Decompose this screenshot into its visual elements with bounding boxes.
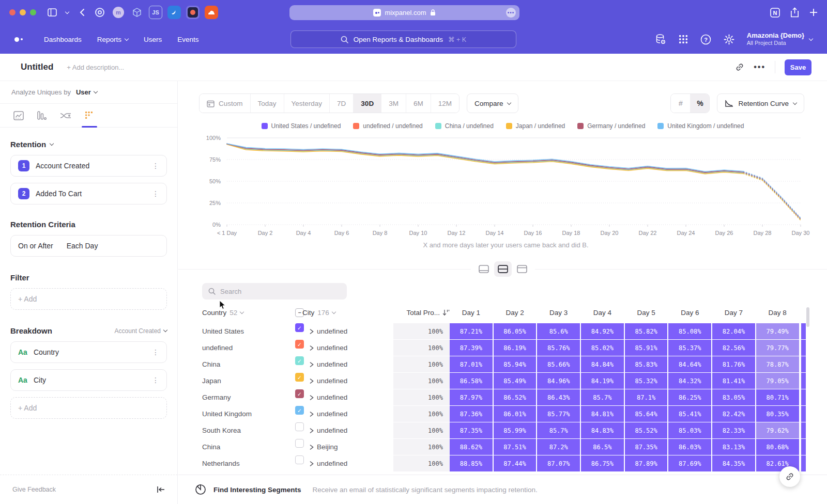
- retention-chart-area[interactable]: 100%75%50%25%0%< 1 DayDay 2Day 4Day 6Day…: [178, 130, 827, 249]
- retention-value-cell[interactable]: 80.71%: [756, 389, 799, 405]
- day-column-header[interactable]: Day 5: [625, 309, 668, 317]
- day-column-header[interactable]: Day 2: [494, 309, 537, 317]
- retention-value-cell[interactable]: 84.81%: [581, 406, 624, 422]
- day-column-header[interactable]: Day 3: [537, 309, 580, 317]
- retention-value-cell[interactable]: 87.69%: [668, 455, 711, 471]
- retention-value-cell[interactable]: 87.1%: [625, 389, 668, 405]
- window-controls[interactable]: [9, 9, 36, 15]
- retention-value-cell[interactable]: 82.33%: [712, 422, 755, 438]
- retention-value-cell[interactable]: 84.96%: [537, 373, 580, 389]
- minimize-window-button[interactable]: [20, 9, 26, 15]
- vertical-scrollbar[interactable]: [806, 307, 809, 327]
- favicon-3-icon[interactable]: [130, 6, 144, 19]
- kebab-menu-icon[interactable]: ⋮: [152, 162, 159, 169]
- retention-value-cell[interactable]: 86.03%: [668, 439, 711, 455]
- retention-value-cell[interactable]: 86.75%: [581, 455, 624, 471]
- day-column-header[interactable]: Day 1: [450, 309, 493, 317]
- retention-value-cell[interactable]: 78.87%: [756, 356, 799, 372]
- retention-value-cell[interactable]: 84.19%: [581, 373, 624, 389]
- analyze-uniques-row[interactable]: Analyze Uniques by User: [0, 81, 177, 104]
- mixpanel-logo[interactable]: [14, 37, 26, 42]
- tab-chevron-icon[interactable]: [63, 6, 71, 19]
- retention-value-cell[interactable]: 87.97%: [450, 389, 493, 405]
- address-bar[interactable]: mixpanel.com •••: [289, 5, 519, 20]
- retention-value-cell[interactable]: 85.77%: [537, 406, 580, 422]
- range-custom[interactable]: Custom: [200, 94, 250, 113]
- retention-value-cell[interactable]: 85.37%: [668, 340, 711, 356]
- row-checkbox[interactable]: ✓: [295, 373, 310, 389]
- retention-value-cell[interactable]: 84.92%: [581, 323, 624, 339]
- retention-value-cell[interactable]: 85.49%: [494, 373, 537, 389]
- retention-value-cell[interactable]: 84.83%: [581, 422, 624, 438]
- legend-item[interactable]: United Kingdom / undefined: [657, 122, 744, 130]
- kebab-menu-icon[interactable]: ⋮: [152, 190, 159, 197]
- retention-value-cell[interactable]: 79.62%: [756, 422, 799, 438]
- retention-value-cell[interactable]: 85.94%: [494, 356, 537, 372]
- retention-value-cell[interactable]: 87.36%: [450, 406, 493, 422]
- view-table-only-button[interactable]: [513, 261, 531, 277]
- nav-item-reports[interactable]: Reports: [97, 36, 128, 43]
- retention-value-cell[interactable]: 87.44%: [494, 455, 537, 471]
- retention-value-cell[interactable]: 86.5%: [581, 439, 624, 455]
- retention-value-cell[interactable]: 85.7%: [581, 389, 624, 405]
- expand-row-icon[interactable]: [310, 356, 317, 372]
- nav-item-users[interactable]: Users: [144, 36, 162, 43]
- zoom-window-button[interactable]: [30, 9, 36, 15]
- give-feedback-link[interactable]: Give Feedback: [12, 486, 56, 493]
- add-filter-button[interactable]: + Add: [10, 288, 167, 310]
- day-column-header[interactable]: Day 8: [756, 309, 799, 317]
- favicon-1-icon[interactable]: [93, 6, 106, 19]
- day-column-header[interactable]: Day 7: [712, 309, 755, 317]
- notion-extension-icon[interactable]: N: [770, 8, 780, 18]
- retention-value-cell[interactable]: 86.25%: [668, 389, 711, 405]
- column-city[interactable]: City 176: [302, 309, 379, 317]
- retention-value-cell[interactable]: 86.52%: [494, 389, 537, 405]
- favicon-5-icon[interactable]: [167, 6, 181, 19]
- retention-value-cell[interactable]: 79.77%: [756, 340, 799, 356]
- nav-item-events[interactable]: Events: [177, 36, 198, 43]
- favicon-js-icon[interactable]: JS: [149, 6, 162, 19]
- retention-value-cell[interactable]: 85.66%: [537, 356, 580, 372]
- expand-row-icon[interactable]: [310, 389, 317, 405]
- analyze-value[interactable]: User: [76, 88, 91, 96]
- expand-row-icon[interactable]: [310, 373, 317, 389]
- expand-row-icon[interactable]: [310, 439, 317, 455]
- retention-value-cell[interactable]: 84.32%: [668, 373, 711, 389]
- new-tab-icon[interactable]: [809, 8, 818, 17]
- retention-value-cell[interactable]: 85.08%: [668, 323, 711, 339]
- retention-value-cell[interactable]: 87.07%: [537, 455, 580, 471]
- retention-value-cell[interactable]: 85.32%: [625, 373, 668, 389]
- retention-value-cell[interactable]: 86.05%: [494, 323, 537, 339]
- retention-value-cell[interactable]: 87.2%: [537, 439, 580, 455]
- retention-value-cell[interactable]: 87.35%: [625, 439, 668, 455]
- day-column-header[interactable]: Day 4: [581, 309, 624, 317]
- expand-row-icon[interactable]: [310, 323, 317, 339]
- retention-value-cell[interactable]: 85.99%: [494, 422, 537, 438]
- tab-insights[interactable]: [13, 104, 24, 127]
- row-checkbox[interactable]: [295, 439, 310, 455]
- share-icon[interactable]: [790, 7, 799, 18]
- favicon-7-icon[interactable]: [205, 6, 218, 19]
- expand-row-icon[interactable]: [310, 455, 317, 471]
- retention-value-cell[interactable]: 86.43%: [537, 389, 580, 405]
- compare-button[interactable]: Compare: [467, 93, 519, 113]
- range-today[interactable]: Today: [250, 94, 284, 113]
- retention-value-cell[interactable]: 83.05%: [712, 389, 755, 405]
- retention-value-cell[interactable]: 82.42%: [712, 406, 755, 422]
- report-title[interactable]: Untitled: [21, 62, 53, 72]
- retention-value-cell[interactable]: 85.6%: [537, 323, 580, 339]
- retention-value-cell[interactable]: 85.82%: [625, 323, 668, 339]
- legend-item[interactable]: China / undefined: [435, 122, 494, 130]
- kebab-menu-icon[interactable]: ⋮: [152, 376, 159, 384]
- retention-value-cell[interactable]: 84.84%: [581, 356, 624, 372]
- sidebar-toggle-icon[interactable]: [45, 6, 59, 19]
- retention-value-cell[interactable]: 86.01%: [494, 406, 537, 422]
- retention-value-cell[interactable]: 85.7%: [537, 422, 580, 438]
- breakdown-country[interactable]: Aa Country ⋮: [10, 341, 167, 363]
- copy-link-icon[interactable]: [735, 62, 744, 72]
- settings-gear-icon[interactable]: [724, 34, 734, 45]
- retention-value-cell[interactable]: 84.64%: [668, 356, 711, 372]
- collapse-sidebar-icon[interactable]: [157, 486, 165, 493]
- range-30d[interactable]: 30D: [353, 94, 381, 113]
- retention-value-cell[interactable]: 88.85%: [450, 455, 493, 471]
